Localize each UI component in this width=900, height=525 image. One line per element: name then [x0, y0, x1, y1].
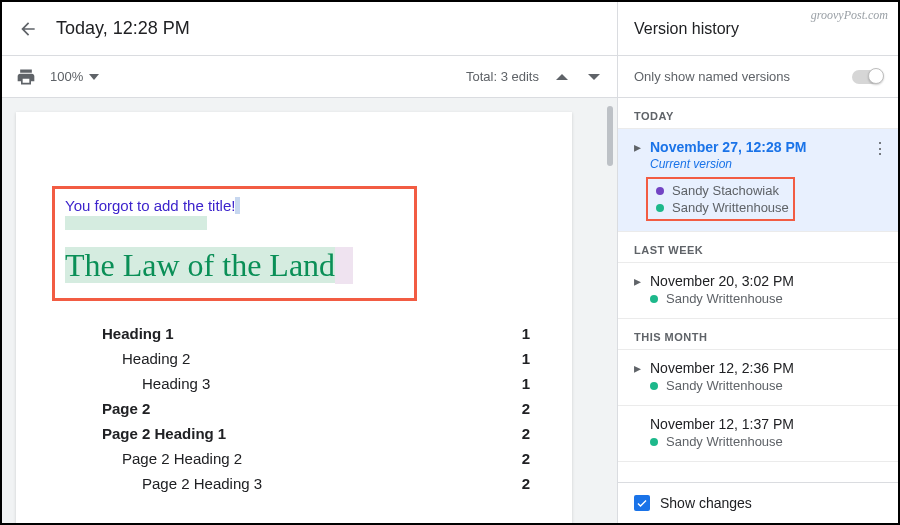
- next-edit-button[interactable]: [585, 68, 603, 86]
- editor-row: Sandy Writtenhouse: [650, 434, 884, 449]
- show-changes-label: Show changes: [660, 495, 752, 511]
- toc-row: Page 22: [52, 396, 538, 421]
- editor-name: Sandy Writtenhouse: [672, 200, 789, 215]
- version-date: November 12, 1:37 PM: [650, 416, 794, 432]
- toc-row: Heading 31: [52, 371, 538, 396]
- toc-page-number: 1: [522, 375, 538, 392]
- panel-title: Version history: [634, 20, 739, 38]
- version-date: November 27, 12:28 PM: [650, 139, 806, 155]
- named-versions-toggle[interactable]: [852, 70, 882, 84]
- toc-row: Page 2 Heading 12: [52, 421, 538, 446]
- caret-right-icon[interactable]: ▸: [634, 273, 644, 289]
- caret-down-icon: [89, 74, 99, 80]
- toc-row: Page 2 Heading 32: [52, 471, 538, 496]
- left-toolbar: 100% Total: 3 edits: [2, 56, 617, 98]
- version-item[interactable]: ▸ November 12, 1:37 PM Sandy Writtenhous…: [618, 406, 898, 462]
- print-icon: [16, 67, 36, 87]
- toc-row: Heading 21: [52, 346, 538, 371]
- toc-label: Page 2 Heading 3: [142, 475, 262, 492]
- section-this-month: THIS MONTH: [618, 319, 898, 350]
- section-today: TODAY: [618, 98, 898, 129]
- editor-color-dot: [656, 187, 664, 195]
- editor-row: Sandy Writtenhouse: [650, 378, 884, 393]
- toc-page-number: 2: [522, 400, 538, 417]
- inserted-comment-text: You forgot to add the title!: [65, 197, 404, 214]
- total-edits-label: Total: 3 edits: [466, 69, 539, 84]
- document-page: You forgot to add the title! The Law of …: [16, 112, 572, 523]
- editor-name: Sandy Writtenhouse: [666, 291, 783, 306]
- section-last-week: LAST WEEK: [618, 232, 898, 263]
- show-changes-row[interactable]: Show changes: [618, 482, 898, 523]
- watermark: groovyPost.com: [811, 8, 888, 23]
- toc-page-number: 2: [522, 475, 538, 492]
- filter-label: Only show named versions: [634, 69, 790, 84]
- current-version-label: Current version: [650, 157, 884, 171]
- document-title: The Law of the Land: [65, 247, 404, 284]
- editor-color-dot: [650, 382, 658, 390]
- toc-label: Heading 1: [102, 325, 174, 342]
- arrow-left-icon: [18, 19, 38, 39]
- caret-right-icon[interactable]: ▸: [634, 360, 644, 376]
- editor-color-dot: [656, 204, 664, 212]
- toggle-knob: [868, 68, 884, 84]
- version-more-button[interactable]: ⋮: [872, 139, 888, 158]
- toc-page-number: 1: [522, 350, 538, 367]
- toc-page-number: 2: [522, 450, 538, 467]
- version-list[interactable]: TODAY ▸ November 27, 12:28 PM ⋮ Current …: [618, 98, 898, 482]
- highlight-bar: [65, 216, 207, 230]
- editor-color-dot: [650, 295, 658, 303]
- zoom-select[interactable]: 100%: [50, 69, 99, 84]
- caret-right-icon[interactable]: ▸: [634, 139, 644, 155]
- check-icon: [636, 497, 648, 509]
- back-button[interactable]: [16, 17, 40, 41]
- toc-label: Heading 3: [142, 375, 210, 392]
- version-item[interactable]: ▸ November 12, 2:36 PM Sandy Writtenhous…: [618, 350, 898, 406]
- version-date: November 20, 3:02 PM: [650, 273, 794, 289]
- annotation-highlight-box: You forgot to add the title! The Law of …: [52, 186, 417, 301]
- panel-header: Version history groovyPost.com: [618, 2, 898, 56]
- toc-row: Heading 11: [52, 321, 538, 346]
- editor-name: Sandy Writtenhouse: [666, 434, 783, 449]
- version-timestamp-title: Today, 12:28 PM: [56, 18, 190, 39]
- scrollbar-thumb[interactable]: [607, 106, 613, 166]
- toc-page-number: 1: [522, 325, 538, 342]
- toc-label: Heading 2: [122, 350, 190, 367]
- document-canvas: You forgot to add the title! The Law of …: [2, 98, 617, 523]
- toc-label: Page 2 Heading 1: [102, 425, 226, 442]
- toc-row: Page 2 Heading 22: [52, 446, 538, 471]
- toc-label: Page 2 Heading 2: [122, 450, 242, 467]
- editor-name: Sandy Stachowiak: [672, 183, 779, 198]
- prev-edit-button[interactable]: [553, 68, 571, 86]
- version-item-current[interactable]: ▸ November 27, 12:28 PM ⋮ Current versio…: [618, 129, 898, 232]
- version-item[interactable]: ▸ November 20, 3:02 PM Sandy Writtenhous…: [618, 263, 898, 319]
- show-changes-checkbox[interactable]: [634, 495, 650, 511]
- editor-color-dot: [650, 438, 658, 446]
- editor-row: Sandy Writtenhouse: [656, 200, 789, 215]
- toc-label: Page 2: [102, 400, 150, 417]
- chevron-down-icon: [588, 71, 600, 83]
- left-header: Today, 12:28 PM: [2, 2, 617, 56]
- chevron-up-icon: [556, 71, 568, 83]
- toc-page-number: 2: [522, 425, 538, 442]
- print-button[interactable]: [16, 67, 36, 87]
- zoom-value: 100%: [50, 69, 83, 84]
- editors-annotation-box: Sandy Stachowiak Sandy Writtenhouse: [646, 177, 795, 221]
- editor-row: Sandy Stachowiak: [656, 183, 789, 198]
- version-date: November 12, 2:36 PM: [650, 360, 794, 376]
- panel-filter-bar: Only show named versions: [618, 56, 898, 98]
- editor-name: Sandy Writtenhouse: [666, 378, 783, 393]
- editor-row: Sandy Writtenhouse: [650, 291, 884, 306]
